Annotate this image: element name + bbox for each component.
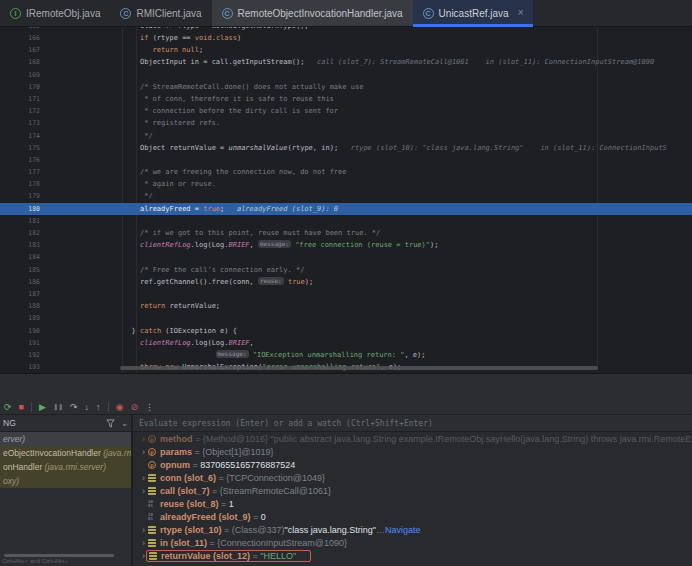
code-text: message: "IOException unmarshalling retu… bbox=[44, 349, 692, 361]
equals-sign: = bbox=[190, 460, 200, 470]
tab-RMIClient.java[interactable]: CRMIClient.java bbox=[110, 0, 211, 26]
tab-label: IRemoteObj.java bbox=[26, 8, 100, 19]
rerun-debugger-icon[interactable]: ⟳ bbox=[4, 402, 12, 412]
variable-value: 1 bbox=[229, 499, 234, 509]
code-line-184: 184 bbox=[0, 251, 692, 263]
line-number: 191 bbox=[0, 337, 44, 349]
expand-chevron-icon[interactable]: › bbox=[139, 486, 148, 496]
ide-window: IIRemoteObj.javaCRMIClient.javaCRemoteOb… bbox=[0, 0, 692, 566]
tab-RemoteObjectInvocationHandler.java[interactable]: CRemoteObjectInvocationHandler.java bbox=[212, 0, 413, 26]
chevron-down-icon[interactable]: ⌄ bbox=[121, 419, 128, 428]
code-line-183: 183clientRefLog.log(Log.BRIEF, message: … bbox=[0, 239, 692, 251]
inline-debugger-hint: rtype (slot_10): "class java.lang.String… bbox=[338, 144, 667, 152]
variable-row-params[interactable]: ›pparams = {Object[1]@1019} bbox=[133, 445, 692, 458]
expand-chevron-icon[interactable]: › bbox=[139, 525, 148, 535]
code-text: */ bbox=[44, 190, 692, 202]
code-line-176: 176 bbox=[0, 154, 692, 166]
step-out-icon[interactable]: ↑ bbox=[96, 402, 101, 412]
equals-sign: = bbox=[207, 538, 217, 548]
tab-label: UnicastRef.java bbox=[439, 8, 509, 19]
value-icon bbox=[148, 539, 160, 547]
filter-funnel-icon[interactable] bbox=[106, 419, 115, 428]
code-text: /* Free the call's connection early. */ bbox=[44, 264, 692, 276]
toolbar-separator bbox=[108, 402, 109, 412]
value-icon bbox=[148, 474, 160, 482]
code-text: clientRefLog.log(Log.BRIEF, message: "fr… bbox=[44, 239, 692, 251]
stop-icon[interactable]: ■ bbox=[19, 402, 24, 412]
tab-UnicastRef.java[interactable]: CUnicastRef.java× bbox=[413, 0, 534, 26]
navigate-link[interactable]: Navigate bbox=[385, 525, 421, 535]
variable-value: {ConnectionInputStream@1090} bbox=[217, 538, 347, 548]
variables-panel: Evaluate expression (Enter) or add a wat… bbox=[133, 415, 692, 566]
close-icon[interactable]: × bbox=[518, 8, 524, 18]
stack-frame-row[interactable]: eObjectInvocationHandler (java.rmi.se bbox=[0, 446, 131, 460]
line-number: 175 bbox=[0, 142, 44, 154]
line-number: 193 bbox=[0, 361, 44, 373]
stack-frame-row[interactable]: oxy) bbox=[0, 474, 131, 488]
code-line-177: 177/* we are freeing the connection now,… bbox=[0, 166, 692, 178]
variable-row-returnValue-slot-12-[interactable]: ›returnValue (slot_12) = "HELLO" bbox=[133, 549, 692, 562]
variable-value: 8370655165776887524 bbox=[200, 460, 295, 470]
line-number: 179 bbox=[0, 190, 44, 202]
resume-icon[interactable]: ▶ bbox=[39, 402, 46, 412]
variable-row-call-slot-7-[interactable]: ›call (slot_7) = {StreamRemoteCall@1061} bbox=[133, 484, 692, 497]
variable-name: opnum bbox=[160, 460, 190, 470]
pause-icon[interactable]: ❚❚ bbox=[53, 402, 63, 412]
variable-row-rtype-slot-10-[interactable]: ›rtype (slot_10) = (Class@337) "class ja… bbox=[133, 523, 692, 536]
frame-text: (java.rmi.se bbox=[103, 448, 131, 458]
line-number: 182 bbox=[0, 227, 44, 239]
code-line-187: 187 bbox=[0, 288, 692, 300]
toolbar-separator bbox=[31, 402, 32, 412]
expand-chevron-icon[interactable]: › bbox=[139, 538, 148, 548]
expand-chevron-icon[interactable]: › bbox=[139, 434, 148, 444]
variable-name: rtype (slot_10) bbox=[160, 525, 222, 535]
equals-sign: = bbox=[192, 447, 202, 457]
variable-name: conn (slot_6) bbox=[160, 473, 216, 483]
view-breakpoints-icon[interactable]: ◉ bbox=[116, 402, 124, 412]
code-line-169: 169 bbox=[0, 69, 692, 81]
variable-value: "class java.lang.String" bbox=[284, 525, 375, 535]
line-number: 170 bbox=[0, 81, 44, 93]
expand-chevron-icon[interactable]: › bbox=[139, 447, 148, 457]
variable-row-conn-slot-6-[interactable]: ›conn (slot_6) = {TCPConnection@1049} bbox=[133, 471, 692, 484]
code-text: ref.getChannel().free(conn, reuse: true)… bbox=[44, 276, 692, 288]
code-line-178: 178* again or reuse. bbox=[0, 178, 692, 190]
code-line-185: 185/* Free the call's connection early. … bbox=[0, 264, 692, 276]
tab-IRemoteObj.java[interactable]: IIRemoteObj.java bbox=[0, 0, 110, 26]
inline-debugger-hint: alreadyFreed (slot_9): 0 bbox=[229, 205, 339, 213]
editor-horizontal-scrollbar[interactable] bbox=[120, 366, 598, 370]
variable-value: … bbox=[376, 525, 385, 535]
line-number: 190 bbox=[0, 325, 44, 337]
variable-name: returnValue (slot_12) bbox=[161, 551, 250, 561]
debug-panel-header bbox=[0, 373, 692, 399]
variable-value: "HELLO" bbox=[260, 551, 296, 561]
more-options-icon[interactable]: ⋮ bbox=[145, 402, 154, 412]
step-into-icon[interactable]: ↓ bbox=[85, 402, 90, 412]
variable-row-opnum[interactable]: popnum = 8370655165776887524 bbox=[133, 458, 692, 471]
debugger-content: NG ⌄ erver)eObjectInvocationHandler (jav… bbox=[0, 415, 692, 566]
code-line-181: 181 bbox=[0, 215, 692, 227]
class-icon: C bbox=[222, 8, 233, 19]
variable-name: method bbox=[160, 434, 193, 444]
evaluate-expression-input[interactable]: Evaluate expression (Enter) or add a wat… bbox=[133, 415, 692, 432]
code-text bbox=[44, 215, 692, 227]
frames-horizontal-scrollbar[interactable] bbox=[4, 554, 114, 557]
variable-row-method[interactable]: ›pmethod = {Method@1016} "public abstrac… bbox=[133, 432, 692, 445]
frame-text: eObjectInvocationHandler bbox=[3, 448, 103, 458]
code-line-189: 189 bbox=[0, 312, 692, 324]
variable-row-in-slot-11-[interactable]: ›in (slot_11) = {ConnectionInputStream@1… bbox=[133, 536, 692, 549]
equals-sign: = bbox=[193, 434, 203, 444]
code-text: * connection before the dirty call is se… bbox=[44, 105, 692, 117]
code-line-188: 188return returnValue; bbox=[0, 300, 692, 312]
expand-chevron-icon[interactable]: › bbox=[139, 473, 148, 483]
parameter-icon: p bbox=[148, 461, 160, 469]
code-text: /* StreamRemoteCall.done() does not actu… bbox=[44, 81, 692, 93]
mute-breakpoints-icon[interactable]: ⊘ bbox=[130, 402, 138, 412]
step-over-icon[interactable]: ↷ bbox=[70, 402, 78, 412]
code-editor[interactable]: 165Class<?> rtype = method.getReturnType… bbox=[0, 27, 692, 373]
variable-row-alreadyFreed-slot-9-[interactable]: 1001alreadyFreed (slot_9) = 0 bbox=[133, 510, 692, 523]
stack-frame-row[interactable]: erver) bbox=[0, 432, 131, 446]
variable-row-reuse-slot-8-[interactable]: 1001reuse (slot_8) = 1 bbox=[133, 497, 692, 510]
stack-frame-row[interactable]: onHandler (java.rmi.server) bbox=[0, 460, 131, 474]
parameter-hint-badge: reuse: bbox=[258, 277, 284, 285]
